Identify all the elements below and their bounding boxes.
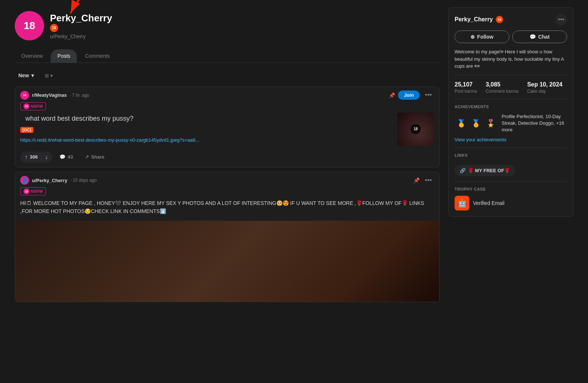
chat-button[interactable]: 💬 Chat xyxy=(512,31,567,43)
post-time: · 7 hr. ago xyxy=(70,93,89,98)
upvote-icon: ↑ xyxy=(25,154,28,160)
upvote-count: 306 xyxy=(30,154,38,160)
comment-icon: 💬 xyxy=(60,154,65,160)
chevron-down-icon: ▾ xyxy=(31,72,34,78)
sidebar-header: Perky_Cherry 18 ••• xyxy=(455,14,567,25)
post-content: what word best describes my pussy? [OC] … xyxy=(15,113,439,149)
link-icon: 🔗 xyxy=(460,168,466,173)
pin-icon: 📌 xyxy=(389,92,395,98)
view-achievements-link[interactable]: View your achievements xyxy=(455,137,506,142)
trophy-section: TROPHY CASE 🤖 Verified Email xyxy=(455,181,567,210)
cake-day-label: Cake day xyxy=(527,89,562,94)
sidebar-actions: ⊕ Follow 💬 Chat xyxy=(455,31,567,43)
trophy-icon: 🤖 xyxy=(455,196,469,210)
sidebar-username: Perky_Cherry xyxy=(455,16,493,23)
post-body: Hi!🗒 WELCOME TO MY PAGE , HONEY🖤 ENJOY H… xyxy=(15,198,439,219)
comment-karma-value: 3,085 xyxy=(486,81,519,88)
tab-overview[interactable]: Overview xyxy=(15,49,49,63)
sidebar-age-badge: 18 xyxy=(496,16,503,23)
plus-icon: ⊕ xyxy=(470,34,475,40)
achievement-icon-2: 🏅 xyxy=(469,117,483,130)
downvote-icon: ↓ xyxy=(45,154,48,160)
achievements-row: 🥇 🏅 🎖️ Profile Perfectionist, 10-Day Str… xyxy=(455,113,567,134)
comment-karma-stat: 3,085 Comment karma xyxy=(486,81,519,94)
profile-handle: u/Perky_Cherry xyxy=(50,33,112,39)
nsfw-badge-2: 18 NSFW xyxy=(20,187,46,195)
share-icon: ↗ xyxy=(85,154,89,160)
post-header-right-2: 📌 ••• xyxy=(413,176,434,185)
follow-button[interactable]: ⊕ Follow xyxy=(455,31,509,43)
post-karma-value: 25,107 xyxy=(455,81,477,88)
sidebar-stats: 25,107 Post karma 3,085 Comment karma Se… xyxy=(455,81,567,99)
sidebar-card: Perky_Cherry 18 ••• ⊕ Follow 💬 Chat Welc… xyxy=(448,7,573,217)
post-card: 18 r/MeatyVaginas · 7 hr. ago 📌 Join •••… xyxy=(15,86,440,167)
links-section: LINKS 🔗 🌹 MY FREE OF🌹 xyxy=(455,148,567,176)
join-button[interactable]: Join xyxy=(398,91,420,100)
trophy-name: Verified Email xyxy=(473,200,505,206)
subreddit-name: r/MeatyVaginas xyxy=(32,92,67,98)
achievement-icon-3: 🎖️ xyxy=(484,117,497,130)
pin-icon-2: 📌 xyxy=(413,177,420,183)
nsfw-badge: 18 NSFW xyxy=(20,102,46,110)
links-title: LINKS xyxy=(455,153,567,157)
profile-header: 18 Perky_Cherry 18 u/ xyxy=(15,7,440,40)
post-actions: ↑ 306 | ↓ 💬 43 ↗ Share xyxy=(15,149,439,167)
post-karma-label: Post karma xyxy=(455,89,477,94)
tab-posts[interactable]: Posts xyxy=(51,49,77,63)
grid-icon: ⊞ xyxy=(45,73,49,78)
oc-tag: [OC] xyxy=(20,127,33,133)
trophy-item: 🤖 Verified Email xyxy=(455,196,567,210)
subreddit-avatar-2: 👤 xyxy=(20,176,29,185)
red-arrow xyxy=(65,0,101,20)
achievements-section: ACHIEVEMENTS 🥇 🏅 🎖️ Profile Perfectionis… xyxy=(455,104,567,148)
achievement-icon-1: 🥇 xyxy=(455,117,468,130)
link-chip[interactable]: 🔗 🌹 MY FREE OF🌹 xyxy=(455,165,515,176)
sidebar: Perky_Cherry 18 ••• ⊕ Follow 💬 Chat Welc… xyxy=(448,7,573,306)
avatar: 18 xyxy=(15,11,44,40)
post-karma-stat: 25,107 Post karma xyxy=(455,81,477,94)
post-card-2: 👤 u/Perky_Cherry · 15 days ago 📌 ••• 18 … xyxy=(15,172,440,302)
vote-button[interactable]: ↑ 306 | ↓ xyxy=(20,152,52,163)
layout-button[interactable]: ⊞ ▾ xyxy=(42,71,56,81)
post-time-2: · 15 days ago xyxy=(70,178,97,183)
achievements-title: ACHIEVEMENTS xyxy=(455,104,567,109)
chat-icon: 💬 xyxy=(530,34,536,40)
cake-day-value: Sep 10, 2024 xyxy=(527,81,562,88)
share-button[interactable]: ↗ Share xyxy=(80,152,109,162)
profile-info: Perky_Cherry 18 u/Perky_Cherry xyxy=(50,13,112,39)
sidebar-name-row: Perky_Cherry 18 xyxy=(455,16,503,23)
sort-new-button[interactable]: New ▾ xyxy=(15,70,37,81)
subreddit-avatar: 18 xyxy=(20,91,29,100)
post-header-left-2: 👤 u/Perky_Cherry · 15 days ago xyxy=(20,176,97,185)
post-thumbnail: 18 xyxy=(397,113,434,146)
more-options-button[interactable]: ••• xyxy=(423,91,434,100)
nav-tabs: Overview Posts Comments xyxy=(15,49,440,63)
comment-count: 43 xyxy=(68,154,73,160)
sidebar-bio: Welcome to my page!≡ Here I will show u … xyxy=(455,48,567,75)
post-image xyxy=(15,221,439,302)
post-header-2: 👤 u/Perky_Cherry · 15 days ago 📌 ••• xyxy=(15,172,439,187)
main-content: 18 Perky_Cherry 18 u/ xyxy=(15,7,440,306)
chevron-down-icon-layout: ▾ xyxy=(50,73,53,78)
subreddit-name-2: u/Perky_Cherry xyxy=(32,178,67,183)
comment-button[interactable]: 💬 43 xyxy=(55,152,77,162)
post-link[interactable]: https://i.redd.it/what-word-best-describ… xyxy=(20,137,393,143)
age-badge: 18 xyxy=(50,24,58,32)
achievement-text: Profile Perfectionist, 10-Day Streak, De… xyxy=(502,113,567,134)
filter-bar: New ▾ ⊞ ▾ xyxy=(15,70,440,81)
tab-comments[interactable]: Comments xyxy=(78,49,116,63)
achievement-icons: 🥇 🏅 🎖️ xyxy=(455,117,497,130)
post-header-left: 18 r/MeatyVaginas · 7 hr. ago xyxy=(20,91,89,100)
cake-day-stat: Sep 10, 2024 Cake day xyxy=(527,81,562,94)
comment-karma-label: Comment karma xyxy=(486,89,519,94)
profile-name-row: Perky_Cherry 18 xyxy=(50,13,112,32)
more-options-button-2[interactable]: ••• xyxy=(423,176,434,185)
post-title: what word best describes my pussy? xyxy=(20,113,393,126)
post-header: 18 r/MeatyVaginas · 7 hr. ago 📌 Join ••• xyxy=(15,87,439,102)
sidebar-more-button[interactable]: ••• xyxy=(555,14,567,25)
trophy-title: TROPHY CASE xyxy=(455,187,567,191)
post-header-right: 📌 Join ••• xyxy=(389,91,434,100)
